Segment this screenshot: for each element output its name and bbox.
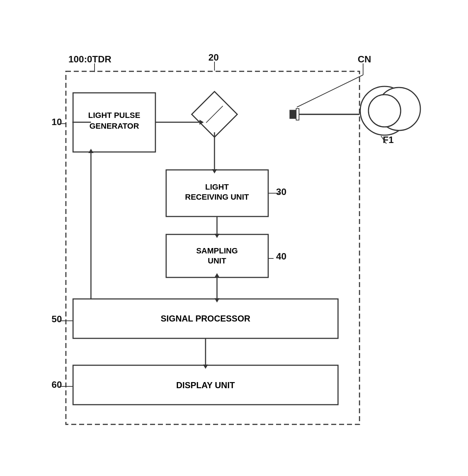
svg-text:30: 30 [276,186,286,197]
svg-text:100:0TDR: 100:0TDR [68,54,111,65]
svg-text:CN: CN [358,54,371,65]
svg-point-36 [368,95,401,127]
svg-text:LIGHT PULSE: LIGHT PULSE [88,111,140,120]
svg-rect-32 [296,109,299,120]
svg-rect-4 [166,234,268,277]
diagram-svg: LIGHT PULSE GENERATOR LIGHT RECEIVING UN… [37,32,431,444]
svg-text:DISPLAY UNIT: DISPLAY UNIT [176,380,235,390]
svg-text:SAMPLING: SAMPLING [196,246,237,255]
svg-text:SIGNAL PROCESSOR: SIGNAL PROCESSOR [160,314,250,323]
svg-text:10: 10 [52,116,62,127]
svg-text:40: 40 [276,251,286,262]
svg-text:20: 20 [208,52,219,63]
svg-rect-31 [290,110,296,119]
svg-text:F1: F1 [383,134,394,145]
svg-line-52 [297,75,363,107]
svg-text:GENERATOR: GENERATOR [89,122,139,130]
svg-text:50: 50 [52,314,62,324]
svg-text:60: 60 [52,379,62,390]
svg-text:LIGHT: LIGHT [205,182,229,191]
svg-text:RECEIVING UNIT: RECEIVING UNIT [185,192,249,201]
svg-text:UNIT: UNIT [208,256,226,265]
diagram: LIGHT PULSE GENERATOR LIGHT RECEIVING UN… [37,32,431,444]
